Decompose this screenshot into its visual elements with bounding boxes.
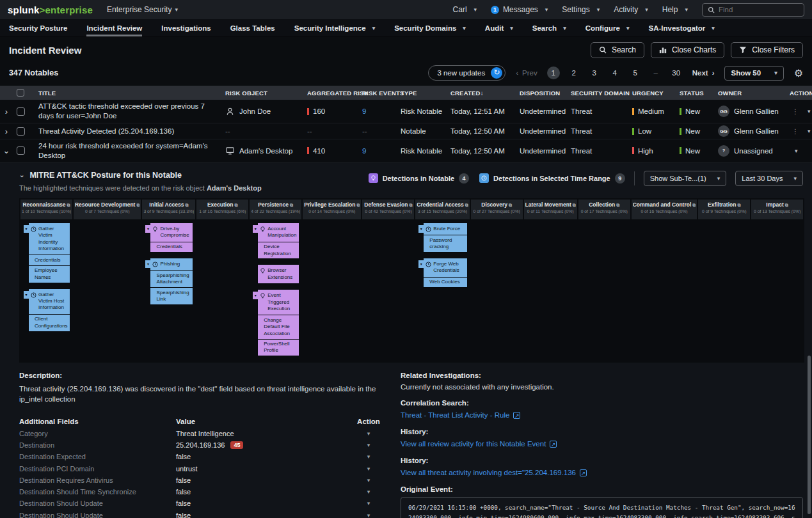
column-header-title[interactable]: TITLE (38, 90, 225, 97)
nav-item-sa-investogator[interactable]: SA-Investogator▾ (649, 19, 715, 36)
correlation-search-link[interactable]: Threat - Threat List Activity - Rule↗ (401, 411, 520, 419)
nav-item-security-intelligence[interactable]: Security Intelligence▾ (294, 19, 375, 36)
owner-cell[interactable]: ?Unassigned (718, 145, 790, 157)
sub-technique-expander[interactable]: ▾ (23, 290, 29, 299)
nav-item-investigations[interactable]: Investigations (161, 19, 211, 36)
nav-item-glass-tables[interactable]: Glass Tables (230, 19, 275, 36)
status-cell[interactable]: New (680, 127, 718, 135)
technique-card[interactable]: Browser Extensions (257, 264, 299, 284)
technique-card[interactable]: ▾Brute ForcePassword cracking (423, 223, 467, 253)
action-dropdown-caret[interactable]: ▾ (795, 148, 798, 154)
search-button[interactable]: Search (591, 42, 644, 58)
column-header-created[interactable]: CREATED ↓ (450, 90, 520, 97)
row-expander-icon[interactable]: › (0, 107, 17, 116)
technique-card[interactable]: ▾Event Triggered ExecutionChange Default… (257, 289, 299, 356)
sub-technique-label[interactable]: Employee Names (29, 265, 70, 283)
column-header-risk-object[interactable]: RISK OBJECT (225, 90, 307, 97)
sub-technique-expander[interactable]: ▾ (145, 224, 150, 233)
technique-card[interactable]: ▾Account ManipulationDevice Registration (257, 223, 299, 260)
status-cell[interactable]: New (680, 147, 718, 155)
owner-cell[interactable]: GGGlenn Gallien (718, 125, 790, 137)
field-action-dropdown[interactable]: ▾ (354, 500, 383, 506)
tactic-header[interactable]: Command and Control⧉0 of 16 Techniques (… (632, 200, 697, 219)
sub-technique-label[interactable]: Change Default File Association (258, 315, 299, 338)
mitre-section-title[interactable]: ⌄MITRE ATT&CK Posture for this Notable (19, 171, 262, 180)
action-dropdown-caret[interactable]: ▾ (808, 128, 811, 134)
owner-cell[interactable]: GGGlenn Gallien (718, 106, 790, 117)
page-size-dropdown[interactable]: Show 50▾ (724, 66, 783, 81)
action-dropdown-caret[interactable]: ▾ (808, 108, 811, 114)
kebab-icon[interactable]: ⋮ (792, 108, 799, 115)
sub-technique-label[interactable]: Device Registration (258, 242, 299, 259)
column-header-security-domain[interactable]: SECURITY DOMAIN (571, 90, 632, 97)
field-action-dropdown[interactable]: ▾ (354, 489, 383, 495)
find-input[interactable] (719, 6, 789, 13)
column-header-owner[interactable]: OWNER (718, 90, 790, 97)
page-number[interactable]: 1 (547, 67, 560, 79)
nav-item-audit[interactable]: Audit▾ (485, 19, 513, 36)
settings-menu[interactable]: Settings▾ (562, 5, 600, 14)
row-checkbox[interactable] (17, 146, 25, 155)
sub-technique-label[interactable]: PowerShell Profile (258, 339, 299, 356)
technique-card[interactable]: ▾Gather Victim Host InformationClient Co… (28, 288, 70, 332)
nav-item-security-domains[interactable]: Security Domains▾ (394, 19, 466, 36)
sub-technique-expander[interactable]: ▾ (252, 224, 258, 233)
refresh-icon[interactable]: ↻ (491, 67, 502, 79)
close-filters-button[interactable]: Close Filters (731, 42, 803, 58)
tactic-header[interactable]: Collection⧉0 of 17 Techniques (0%) (578, 200, 630, 219)
row-expander-icon[interactable]: › (0, 127, 17, 136)
column-header-action[interactable]: ACTION (790, 90, 812, 97)
notable-title[interactable]: ATT&CK tactic threshold exceeded over pr… (38, 100, 225, 123)
risk-events-count[interactable]: 9 (362, 147, 401, 155)
sub-technique-label[interactable]: Spearphishing Attachment (150, 270, 193, 287)
field-action-dropdown[interactable]: ▾ (354, 466, 383, 472)
technique-card[interactable]: ▾Forge Web CredentialsWeb Cookies (423, 258, 467, 288)
messages-menu[interactable]: 1Messages▾ (491, 5, 548, 14)
column-header-aggregated-risk[interactable]: AGGREGATED RISK (307, 90, 362, 97)
tactic-header[interactable]: Discovery⧉0 of 27 Techniques (0%) (471, 200, 523, 219)
nav-item-incident-review[interactable]: Incident Review (86, 19, 142, 36)
sub-technique-label[interactable]: Credentials (150, 242, 193, 252)
field-action-dropdown[interactable]: ▾ (354, 442, 383, 448)
tactic-header[interactable]: Execution⧉1 of 16 Techniques (6%) (196, 200, 248, 219)
sub-technique-expander[interactable]: ▾ (418, 224, 424, 233)
column-header-status[interactable]: STATUS (680, 90, 718, 97)
technique-card[interactable]: ▾Gather Victim Indentity InformationCred… (28, 223, 70, 283)
page-number[interactable]: 30 (670, 67, 683, 79)
help-menu[interactable]: Help▾ (662, 5, 688, 14)
column-header-disposition[interactable]: DISPOSITION (520, 90, 571, 97)
threat-activity-link[interactable]: View all threat activity involving dest=… (401, 469, 587, 476)
sub-technique-expander[interactable]: ▾ (145, 260, 150, 269)
field-action-dropdown[interactable]: ▾ (354, 512, 383, 518)
field-action-dropdown[interactable]: ▾ (354, 453, 383, 460)
next-page-button[interactable]: Next› (692, 69, 715, 77)
technique-card[interactable]: ▾PhishingSpearphishing AttachmentSpearph… (150, 258, 193, 305)
gear-icon[interactable]: ⚙ (794, 67, 803, 79)
risk-events-count[interactable]: 9 (362, 107, 401, 115)
notable-title[interactable]: 24 hour risk threshold exceeded for syst… (38, 139, 225, 162)
tactic-header[interactable]: Defense Evasion⧉0 of 42 Techniques (0%) (362, 200, 414, 219)
page-number[interactable]: 4 (609, 67, 621, 79)
sub-technique-label[interactable]: Credentials (29, 255, 70, 265)
tactic-header[interactable]: Impact⧉0 of 13 Techniques (0%) (751, 200, 803, 219)
row-checkbox[interactable] (17, 107, 25, 116)
tactic-header[interactable]: Persistence⧉4 of 22 Techniques (19%) (250, 200, 301, 219)
tactic-header[interactable]: Reconnaissanse⧉1 of 10 Techniques (10%) (20, 200, 72, 219)
close-charts-button[interactable]: Close Charts (651, 42, 724, 58)
sub-technique-label[interactable]: Spearphishing Link (150, 287, 193, 304)
status-cell[interactable]: New (680, 107, 718, 115)
find-search-box[interactable] (702, 3, 804, 17)
field-action-dropdown[interactable]: ▾ (354, 477, 383, 483)
scrollbar-thumb[interactable] (808, 356, 811, 514)
review-activity-link[interactable]: View all review activity for this Notabl… (401, 440, 557, 448)
nav-item-search[interactable]: Search▾ (532, 19, 566, 36)
field-action-dropdown[interactable]: ▾ (354, 430, 383, 437)
page-number[interactable]: 3 (588, 67, 601, 79)
tactic-header[interactable]: Privilege Escalation⧉0 of 14 Techniques … (303, 200, 361, 219)
row-checkbox[interactable] (17, 127, 25, 136)
tactic-header[interactable]: Exfiltration⧉0 of 9 Techniques (0%) (698, 200, 750, 219)
tactic-header[interactable]: Resource Development⧉0 of 7 Techniques (… (74, 200, 141, 219)
technique-card[interactable]: ▾Drive-by CompromiseCredentials (150, 223, 193, 253)
page-number[interactable]: 2 (568, 67, 580, 79)
sub-techniques-dropdown[interactable]: Show Sub-Te...(1)▾ (644, 171, 727, 186)
